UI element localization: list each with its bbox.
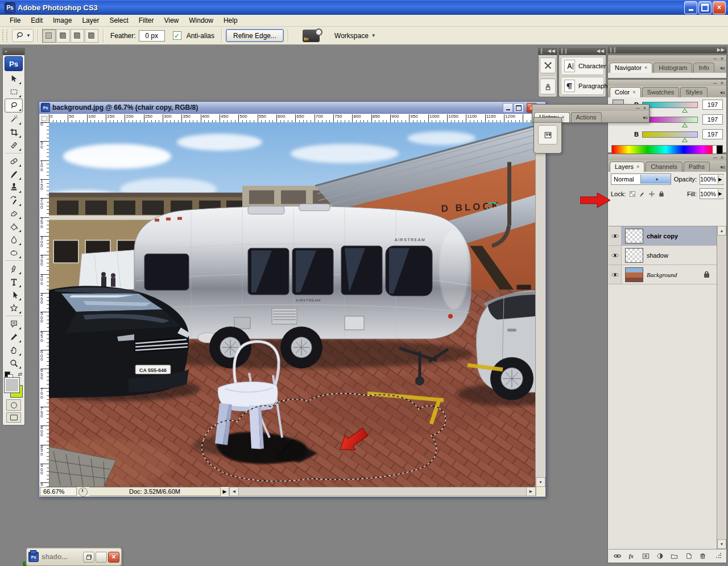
panel-minimize-icon[interactable]: ─	[713, 56, 717, 61]
slider-arrow-icon[interactable]: ▶	[718, 175, 723, 184]
tool-eraser[interactable]	[5, 207, 22, 220]
visibility-eye-icon[interactable]	[611, 272, 619, 278]
quick-mask-button[interactable]	[6, 399, 21, 411]
status-menu-arrow[interactable]: ▶	[221, 487, 229, 496]
navigator-tab-histogram[interactable]: Histogram	[653, 63, 692, 73]
delete-layer-button[interactable]	[698, 552, 707, 560]
channel-slider[interactable]	[642, 102, 698, 108]
tool-lasso[interactable]	[5, 98, 23, 113]
vertical-ruler[interactable]: 0501001502002503003504004505005506006507…	[40, 122, 49, 487]
paragraph-panel-button[interactable]: Paragraph	[561, 77, 604, 95]
tool-path-select[interactable]	[5, 288, 22, 301]
visibility-toggle[interactable]	[609, 226, 622, 245]
brushes-panel-button[interactable]	[540, 79, 556, 94]
layers-scrollbar[interactable]: ▲ ▼	[717, 226, 726, 549]
horizontal-scrollbar[interactable]: ◀ ▶	[229, 487, 536, 496]
scroll-right-icon[interactable]: ▶	[526, 487, 536, 496]
channel-value[interactable]: 197	[702, 114, 723, 125]
navigator-tab-navigator[interactable]: Navigator×	[610, 63, 652, 73]
layer-name[interactable]: shadow	[647, 252, 668, 259]
slider-arrow-icon[interactable]: ▶	[718, 189, 723, 198]
zoom-level-field[interactable]: 66.67%	[40, 487, 77, 496]
collapse-dock-icon[interactable]: ◀◀	[548, 48, 556, 55]
menu-image[interactable]: Image	[48, 15, 77, 26]
antialias-checkbox[interactable]: ✓	[173, 31, 181, 40]
subtract-from-selection-button[interactable]	[71, 29, 84, 43]
menu-edit[interactable]: Edit	[26, 15, 48, 26]
tool-stamp[interactable]	[5, 181, 22, 194]
title-bar[interactable]: Ps Adobe Photoshop CS3 ×	[0, 0, 728, 15]
tool-blur[interactable]	[5, 233, 22, 246]
layers-tab-layers[interactable]: Layers×	[610, 162, 644, 172]
channel-slider[interactable]	[642, 131, 698, 138]
panel-minimize-icon[interactable]: ─	[713, 80, 717, 86]
close-tab-icon[interactable]: ×	[636, 164, 639, 170]
screen-mode-button[interactable]	[6, 412, 21, 423]
tool-zoom[interactable]	[5, 357, 22, 370]
layer-comps-icon[interactable]	[538, 125, 557, 144]
tool-history-brush[interactable]	[5, 194, 22, 207]
tool-preset-picker[interactable]: ▼	[12, 29, 34, 42]
scroll-left-icon[interactable]: ◀	[229, 487, 239, 496]
panel-menu-icon[interactable]: ▾≡	[720, 164, 725, 170]
menu-window[interactable]: Window	[184, 15, 218, 26]
tool-marquee[interactable]	[5, 85, 22, 98]
menu-file[interactable]: File	[5, 15, 26, 26]
layer-name[interactable]: Background	[647, 271, 677, 278]
color-tab-swatches[interactable]: Swatches	[642, 87, 680, 97]
refine-edge-button[interactable]: Refine Edge...	[226, 29, 284, 42]
tool-healing[interactable]	[5, 155, 22, 168]
menu-layer[interactable]: Layer	[77, 15, 104, 26]
horizontal-ruler[interactable]: 0501001502002503003504004505005506006507…	[49, 114, 536, 123]
maximize-button[interactable]	[96, 552, 107, 563]
ps-logo[interactable]: Ps	[5, 56, 23, 71]
panel-minimize-icon[interactable]: ─	[713, 155, 717, 160]
intersect-selection-button[interactable]	[85, 29, 98, 43]
close-button[interactable]: ×	[108, 552, 119, 563]
expand-dock-icon[interactable]: ▶▶	[717, 47, 725, 53]
slider-marker-icon[interactable]	[682, 123, 688, 127]
layer-row-chair-copy[interactable]: chair copy	[609, 226, 717, 246]
close-tab-icon[interactable]: ×	[644, 65, 647, 71]
layers-tab-paths[interactable]: Paths	[684, 162, 710, 172]
history-tab-actions[interactable]: Actions	[571, 112, 602, 122]
new-selection-button[interactable]	[42, 29, 56, 43]
visibility-eye-icon[interactable]	[611, 253, 619, 258]
scroll-down-icon[interactable]: ▼	[717, 539, 726, 549]
new-group-button[interactable]	[670, 552, 679, 560]
menu-help[interactable]: Help	[218, 15, 243, 26]
photo-canvas[interactable]: D BLOCK	[49, 122, 536, 487]
tool-dodge[interactable]	[5, 246, 22, 259]
swap-colors-icon[interactable]: ⇄	[18, 371, 22, 377]
layer-thumbnail[interactable]	[625, 248, 643, 263]
visibility-toggle[interactable]	[609, 265, 622, 284]
options-grip[interactable]	[2, 30, 7, 42]
tool-crop[interactable]	[5, 126, 22, 139]
channel-slider[interactable]	[642, 117, 698, 123]
add-layer-mask-button[interactable]	[642, 552, 650, 560]
panel-menu-icon[interactable]: ▾≡	[643, 115, 647, 121]
minimized-document[interactable]: Ps shado... ×	[26, 547, 122, 566]
link-layers-button[interactable]	[613, 552, 622, 560]
panel-menu-icon[interactable]: ▾≡	[720, 65, 725, 71]
foreground-color-swatch[interactable]	[5, 378, 19, 393]
slider-marker-icon[interactable]	[682, 108, 688, 113]
scroll-up-icon[interactable]: ▲	[717, 226, 726, 236]
tool-notes[interactable]	[5, 317, 22, 330]
menu-select[interactable]: Select	[104, 15, 133, 26]
new-adjustment-layer-button[interactable]	[656, 552, 664, 560]
tools-panel-button[interactable]	[540, 57, 556, 73]
scroll-down-icon[interactable]: ▼	[536, 477, 545, 487]
channel-value[interactable]: 197	[702, 129, 723, 139]
document-title-bar[interactable]: Ps background.jpg @ 66.7% (chair copy, R…	[39, 102, 545, 114]
panel-minimize-icon[interactable]: ─	[636, 105, 639, 111]
visibility-eye-icon[interactable]	[611, 233, 619, 239]
close-tab-icon[interactable]: ×	[561, 114, 564, 120]
minimize-button[interactable]	[684, 1, 697, 14]
panel-close-icon[interactable]: ×	[721, 80, 723, 86]
tool-hand[interactable]	[5, 344, 22, 357]
menu-view[interactable]: View	[159, 15, 184, 26]
layer-thumbnail[interactable]	[625, 267, 643, 282]
tool-pen[interactable]	[5, 262, 22, 275]
canvas-area[interactable]: D BLOCK	[49, 122, 536, 487]
